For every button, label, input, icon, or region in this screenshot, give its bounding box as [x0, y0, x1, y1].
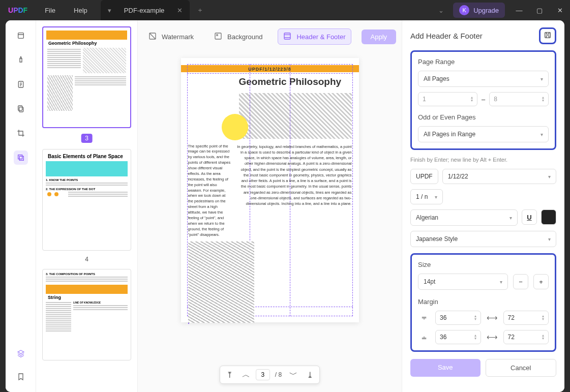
svg-rect-4	[18, 155, 22, 159]
margin-right-input[interactable]: 72▴▾	[503, 330, 549, 344]
header-stamp: UPDF/1/12/223/8	[248, 66, 291, 73]
top-toolbar: Watermark Background Header & Footer App…	[138, 20, 402, 48]
svg-rect-5	[19, 156, 23, 160]
svg-rect-2	[19, 107, 23, 112]
properties-panel: Add Header & Footer Page Range All Pages…	[402, 20, 564, 392]
svg-rect-3	[18, 106, 22, 110]
background-tool[interactable]: Background	[209, 29, 267, 44]
chevron-down-icon: ▾	[541, 132, 543, 137]
color-swatch-icon[interactable]	[541, 209, 556, 225]
page-left-column: The specific point of the image can be e…	[188, 144, 232, 238]
page-right-column: In geometry, topology, and related branc…	[237, 144, 352, 238]
margin-top-icon: ⫧	[418, 314, 430, 322]
page-preview: UPDF/1/12/223/8 Geometric Philosophy The…	[181, 58, 359, 322]
cancel-button[interactable]: Cancel	[486, 359, 557, 377]
prev-page-icon[interactable]: ︿	[239, 368, 253, 381]
save-button[interactable]: Save	[410, 359, 481, 377]
svg-rect-7	[215, 33, 221, 39]
document-tab[interactable]: ▾ PDF-example ✕	[101, 0, 190, 20]
new-tab-button[interactable]: ＋	[190, 6, 211, 15]
page-range-section: Page Range All Pages▾ 1▴▾ – 8▴▾ Odd or E…	[410, 50, 556, 150]
upgrade-button[interactable]: K Upgrade	[453, 3, 505, 18]
header-footer-tool[interactable]: Header & Footer	[278, 28, 351, 45]
thumb-label-4: 4	[42, 256, 131, 263]
tab-title: PDF-example	[124, 7, 164, 14]
rail-layers-icon[interactable]	[14, 150, 28, 165]
range-from-input[interactable]: 1▴▾	[418, 92, 477, 106]
underline-icon[interactable]: U	[522, 209, 537, 225]
first-page-icon[interactable]: ⤒	[223, 368, 236, 381]
margin-bottom-input[interactable]: 36▴▾	[435, 330, 481, 344]
margin-right-icon: ⟷	[486, 333, 498, 342]
thumbnails-panel: Geometric Philosophy 3 Basic Elements of…	[36, 20, 138, 392]
rail-highlight-icon[interactable]	[14, 53, 28, 67]
date-select[interactable]: 1/12/22▾	[442, 169, 556, 184]
size-increase-icon[interactable]: +	[533, 274, 549, 289]
rail-bookmark-icon[interactable]	[14, 370, 28, 384]
size-select[interactable]: 14pt▾	[418, 274, 508, 290]
margin-label: Margin	[418, 298, 549, 306]
panel-title: Add Header & Footer	[410, 32, 483, 40]
tab-close-icon[interactable]: ✕	[177, 7, 183, 14]
chevron-down-icon: ▾	[541, 76, 543, 82]
tab-dropdown-icon[interactable]: ▾	[108, 7, 111, 14]
menu-file[interactable]: File	[36, 7, 65, 14]
size-margin-section: Size 14pt▾ − + Margin ⫧ 36▴▾ ⟷ 72▴▾ ⫨ 36…	[410, 253, 556, 352]
margin-left-icon: ⟷	[486, 313, 498, 322]
svg-point-8	[217, 35, 218, 36]
document-view: Watermark Background Header & Footer App…	[138, 20, 402, 392]
page-range-select[interactable]: All Pages▾	[418, 71, 549, 87]
avatar: K	[459, 5, 469, 15]
style-select[interactable]: Japanese Style▾	[410, 231, 556, 247]
font-select[interactable]: Algerian▾	[410, 209, 518, 226]
range-to-input[interactable]: 8▴▾	[489, 92, 549, 106]
page-total: / 8	[273, 371, 284, 378]
thumbnail-page-4[interactable]: Basic Elements of Plane Space 1. KNOW TH…	[42, 149, 131, 251]
titlebar: UPDF File Help ▾ PDF-example ✕ ＋ ⌄ K Upg…	[0, 0, 570, 20]
watermark-icon	[148, 32, 158, 41]
background-icon	[214, 32, 223, 41]
last-page-icon[interactable]: ⤓	[303, 368, 316, 381]
rail-crop-icon[interactable]	[14, 126, 28, 140]
save-template-icon[interactable]	[539, 27, 556, 44]
rail-thumbnails-icon[interactable]	[14, 28, 28, 43]
rail-notes-icon[interactable]	[14, 77, 28, 92]
svg-rect-10	[545, 33, 551, 38]
rail-copy-icon[interactable]	[14, 102, 28, 116]
margin-bottom-icon: ⫨	[418, 333, 430, 342]
apply-button[interactable]: Apply	[362, 29, 397, 44]
range-dash: –	[482, 96, 485, 103]
page-number-input[interactable]	[256, 369, 270, 380]
thumbnail-page-5[interactable]: 3. THE COMPOSITION OF POINTS String LINE…	[42, 269, 131, 360]
svg-rect-0	[18, 33, 23, 39]
size-label: Size	[418, 261, 549, 268]
close-icon[interactable]: ✕	[550, 0, 570, 20]
header-footer-icon	[283, 32, 292, 41]
maximize-icon[interactable]: ▢	[529, 0, 550, 20]
odd-even-select[interactable]: All Pages in Range▾	[418, 126, 549, 142]
titlebar-chevron-icon[interactable]: ⌄	[433, 7, 449, 14]
page-range-label: Page Range	[418, 58, 549, 66]
odd-even-label: Odd or Even Pages	[418, 113, 549, 121]
thumb-badge-3: 3	[81, 134, 93, 143]
margin-top-input[interactable]: 36▴▾	[435, 311, 481, 325]
brand-select[interactable]: UPDF	[410, 169, 438, 184]
rail-stack-icon[interactable]	[14, 346, 28, 360]
watermark-tool[interactable]: Watermark	[143, 29, 199, 44]
size-decrease-icon[interactable]: −	[513, 274, 528, 289]
input-hint: Finish by Enter; new line by Alt + Enter…	[410, 156, 556, 164]
svg-rect-9	[284, 33, 290, 39]
page-heading: Geometric Philosophy	[188, 75, 352, 89]
thumbnail-page-3[interactable]: Geometric Philosophy	[42, 26, 131, 128]
ratio-select[interactable]: 1 / n▾	[410, 189, 443, 204]
margin-left-input[interactable]: 72▴▾	[503, 311, 549, 325]
left-rail	[6, 20, 36, 392]
page-navigator: ⤒ ︿ / 8 ﹀ ⤓	[220, 366, 320, 384]
minimize-icon[interactable]: ―	[509, 0, 529, 20]
menu-help[interactable]: Help	[65, 7, 97, 14]
next-page-icon[interactable]: ﹀	[287, 368, 300, 381]
app-logo: UPDF	[0, 6, 36, 14]
